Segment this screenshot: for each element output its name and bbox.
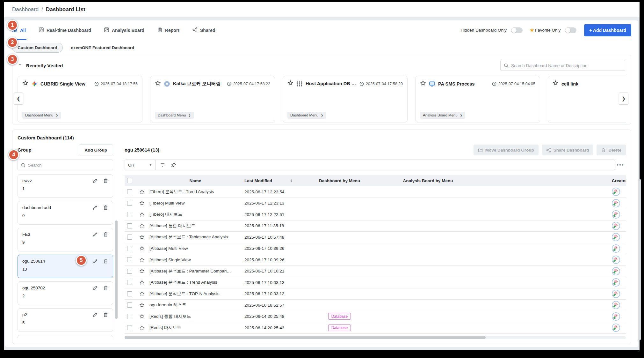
row-checkbox[interactable] xyxy=(127,325,132,330)
group-item[interactable]: p2 5 xyxy=(18,308,113,332)
row-checkbox[interactable] xyxy=(127,314,132,319)
favorite-star-icon[interactable] xyxy=(136,257,148,263)
more-options-icon[interactable]: ••• xyxy=(615,162,626,168)
table-row[interactable]: [Altibase] 분석보드 : TOP-N Analysis 2025-06… xyxy=(125,288,626,300)
group-item[interactable]: phlee_test 6 xyxy=(18,335,113,338)
menu-chip[interactable]: Dashboard Menu ❯ xyxy=(155,112,194,119)
favorite-star-icon[interactable] xyxy=(136,291,148,296)
table-row[interactable]: [Tibero] 대시보드 2025-06-17 12:22:51 xyxy=(125,209,626,220)
move-dashboard-group-button[interactable]: Move Dashboard Group xyxy=(474,145,539,155)
tab[interactable]: Analysis Board xyxy=(104,20,144,40)
group-item[interactable]: ogu 250702 2 xyxy=(18,281,113,305)
row-checkbox[interactable] xyxy=(127,280,132,285)
dashboard-name[interactable]: [Tibero] 분석보드 : Trend Analysis xyxy=(148,189,243,195)
carousel-next-button[interactable]: ❯ xyxy=(619,93,628,105)
table-row[interactable]: [Altibase] 통합 대시보드 2025-06-17 11:35:18 xyxy=(125,220,626,232)
row-checkbox[interactable] xyxy=(127,201,132,206)
subtab[interactable]: exemONE Featured Dashboard xyxy=(71,45,134,50)
edit-pencil-icon[interactable] xyxy=(92,258,98,264)
table-row[interactable]: [Tibero] Multi View 2025-06-17 12:23:13 xyxy=(125,198,626,209)
dashboard-name[interactable]: [Altibase] Single View xyxy=(148,257,243,262)
sort-icon[interactable]: ▲▼ xyxy=(290,179,293,183)
tab[interactable]: Report xyxy=(157,20,179,40)
group-item[interactable]: FE3 9 xyxy=(18,228,113,251)
row-checkbox[interactable] xyxy=(127,246,132,251)
menu-chip[interactable]: Dashboard Menu ❯ xyxy=(22,112,61,119)
row-checkbox[interactable] xyxy=(127,212,132,217)
col-creator[interactable]: Creator xyxy=(612,178,626,183)
recent-dashboard-card[interactable]: PA SMS Process 2025-07-04 15:04:05 Analy… xyxy=(415,76,540,123)
row-checkbox[interactable] xyxy=(127,302,132,308)
table-row[interactable]: ogu formula 테스트 2025-06-16 18:52:57 xyxy=(125,300,626,311)
select-all-checkbox[interactable] xyxy=(127,178,132,183)
recent-dashboard-card[interactable]: CUBRID Single View 2025-07-04 18:17:56 D… xyxy=(18,76,142,123)
col-last-modified[interactable]: Last Modified xyxy=(244,178,272,183)
table-row[interactable]: [Altibase] Single View 2025-06-17 10:39:… xyxy=(125,254,626,266)
dashboard-name[interactable]: [Altibase] 분석보드 : Parameter Compari… xyxy=(148,268,243,274)
tab[interactable]: Shared xyxy=(192,20,215,40)
favorite-star-icon[interactable] xyxy=(420,80,426,87)
horizontal-scrollbar[interactable] xyxy=(125,336,626,339)
favorite-star-icon[interactable] xyxy=(136,314,148,319)
row-checkbox[interactable] xyxy=(127,269,132,274)
favorite-star-icon[interactable] xyxy=(22,80,28,87)
favorite-star-icon[interactable] xyxy=(155,80,161,87)
group-search-input[interactable] xyxy=(28,163,110,168)
favorite-star-icon[interactable] xyxy=(136,268,148,274)
row-checkbox[interactable] xyxy=(127,291,132,296)
table-row[interactable]: [Redis] 대시보드 2025-06-14 20:25:43 Databas… xyxy=(125,322,626,334)
favorite-star-icon[interactable] xyxy=(136,246,148,251)
delete-trash-icon[interactable] xyxy=(103,205,108,210)
pin-icon[interactable] xyxy=(171,162,176,168)
dashboard-name[interactable]: [Altibase] 분석보드 : Trend Analysis xyxy=(148,280,243,285)
tab[interactable]: Real-time Dashboard xyxy=(39,20,91,40)
breadcrumb-parent[interactable]: Dashboard xyxy=(12,6,39,13)
dashboard-name[interactable]: [Altibase] 분석보드 : TOP-N Analysis xyxy=(148,291,243,297)
menu-chip[interactable]: Analysis Board Menu ❯ xyxy=(420,112,465,119)
table-row[interactable]: [Altibase] 분석보드 : Trend Analysis 2025-06… xyxy=(125,277,626,288)
delete-trash-icon[interactable] xyxy=(103,232,108,237)
table-row[interactable]: [Redis] 통합 대시보드 2025-06-14 20:25:48 Data… xyxy=(125,311,626,323)
filter-operator-select[interactable]: OR ▼ xyxy=(125,160,156,170)
favorite-star-icon[interactable] xyxy=(287,80,293,87)
row-checkbox[interactable] xyxy=(127,223,132,228)
row-checkbox[interactable] xyxy=(127,235,132,240)
edit-pencil-icon[interactable] xyxy=(92,312,98,317)
edit-pencil-icon[interactable] xyxy=(92,205,98,210)
hidden-dashboard-only-toggle[interactable] xyxy=(511,27,523,33)
collapse-chevron-up-icon[interactable]: ⌃ xyxy=(18,63,22,68)
recent-dashboard-card[interactable]: Kafka 브로커 모니터링 2025-07-04 17:58:22 Dashb… xyxy=(150,76,275,123)
table-row[interactable]: [Altibase] 분석보드 : Tablespace Analysis 20… xyxy=(125,232,626,243)
dashboard-name[interactable]: ogu formula 테스트 xyxy=(148,302,243,308)
favorite-star-icon[interactable] xyxy=(136,280,148,285)
table-row[interactable]: [Altibase] 분석보드 : Parameter Compari… 202… xyxy=(125,266,626,277)
carousel-prev-button[interactable]: ❮ xyxy=(14,93,23,105)
filter-icon[interactable] xyxy=(160,162,165,168)
edit-pencil-icon[interactable] xyxy=(92,285,98,291)
favorite-star-icon[interactable] xyxy=(136,212,148,217)
menu-chip[interactable]: Dashboard Menu ❯ xyxy=(287,112,326,119)
table-row[interactable]: [Altibase] Multi View 2025-06-17 10:39:2… xyxy=(125,243,626,255)
group-item[interactable]: cwzz 1 xyxy=(18,174,113,198)
favorite-star-icon[interactable] xyxy=(136,200,148,206)
dashboard-search-input[interactable] xyxy=(511,63,622,68)
add-group-button[interactable]: Add Group xyxy=(79,145,113,155)
col-analysis-board-by-menu[interactable]: Analysis Board by Menu xyxy=(375,178,481,183)
vertical-scrollbar[interactable] xyxy=(638,179,641,340)
dashboard-name[interactable]: [Tibero] Multi View xyxy=(148,201,243,205)
dashboard-name[interactable]: [Redis] 통합 대시보드 xyxy=(148,314,243,319)
share-dashboard-button[interactable]: Share Dashboard xyxy=(542,145,594,155)
favorite-star-icon[interactable] xyxy=(553,80,559,87)
row-checkbox[interactable] xyxy=(127,189,132,194)
edit-pencil-icon[interactable] xyxy=(92,232,98,237)
table-row[interactable]: [Tibero] 분석보드 : Trend Analysis 2025-06-1… xyxy=(125,186,626,198)
recent-dashboard-card[interactable]: Host Application DB 통합 … 2025-07-04 17:5… xyxy=(283,76,408,123)
favorite-star-icon[interactable] xyxy=(136,325,148,331)
favorite-star-icon[interactable] xyxy=(136,223,148,228)
favorite-only-toggle[interactable] xyxy=(565,27,576,33)
edit-pencil-icon[interactable] xyxy=(92,178,98,183)
dashboard-name[interactable]: [Altibase] Multi View xyxy=(148,246,243,251)
group-item[interactable]: ogu 250614 13 xyxy=(18,255,113,278)
col-dashboard-by-menu[interactable]: Dashboard by Menu xyxy=(304,178,375,183)
delete-trash-icon[interactable] xyxy=(103,285,108,291)
